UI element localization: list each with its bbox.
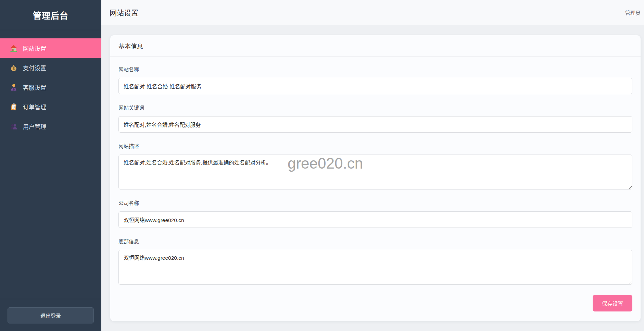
page-title: 网站设置: [110, 7, 138, 17]
site-name-input[interactable]: [118, 78, 632, 94]
company-name-input[interactable]: [118, 211, 632, 228]
save-settings-button[interactable]: 保存设置: [593, 295, 632, 311]
field-site-keywords: 网站关键词: [118, 105, 632, 133]
sidebar-item-order-management[interactable]: 订单管理: [0, 97, 101, 117]
site-keywords-input[interactable]: [118, 116, 632, 133]
sidebar-item-payment-settings[interactable]: $ 支付设置: [0, 58, 101, 77]
svg-text:$: $: [13, 67, 15, 71]
sidebar-footer: 退出登录: [0, 299, 101, 331]
site-keywords-label: 网站关键词: [118, 105, 632, 111]
main-area: 网站设置 管理员 基本信息 网站名称 网站关键词 网站描述 姓名配对,姓名合婚,…: [101, 0, 644, 331]
moneybag-icon: $: [10, 64, 18, 72]
users-icon: [10, 122, 18, 131]
sidebar-item-label: 用户管理: [23, 122, 46, 131]
sidebar-item-label: 订单管理: [23, 102, 46, 111]
sidebar-item-user-management[interactable]: 用户管理: [0, 117, 101, 136]
house-icon: [10, 44, 18, 52]
sidebar-menu: 网站设置 $ 支付设置 客服设置: [0, 30, 101, 136]
footer-info-textarea[interactable]: 双恒网络www.gree020.cn: [118, 250, 632, 285]
sidebar-item-service-settings[interactable]: 客服设置: [0, 77, 101, 97]
field-site-name: 网站名称: [118, 66, 632, 94]
sidebar: 管理后台 网站设置 $ 支付设置: [0, 0, 101, 331]
basic-info-card: 基本信息 网站名称 网站关键词 网站描述 姓名配对,姓名合婚,姓名配对服务,提供…: [110, 35, 641, 321]
site-description-textarea[interactable]: 姓名配对,姓名合婚,姓名配对服务,提供最准确的姓名配对分析。: [118, 155, 632, 189]
settings-form: 网站名称 网站关键词 网站描述 姓名配对,姓名合婚,姓名配对服务,提供最准确的姓…: [110, 57, 641, 321]
site-name-label: 网站名称: [118, 66, 632, 73]
clipboard-icon: [10, 103, 18, 111]
sidebar-item-label: 支付设置: [23, 63, 46, 72]
footer-info-label: 底部信息: [118, 238, 632, 245]
current-user-label: 管理员: [625, 9, 641, 16]
site-description-label: 网站描述: [118, 143, 632, 150]
card-title: 基本信息: [110, 35, 641, 57]
sidebar-item-label: 网站设置: [23, 44, 46, 52]
company-name-label: 公司名称: [118, 200, 632, 207]
sidebar-item-site-settings[interactable]: 网站设置: [0, 38, 101, 58]
field-footer-info: 底部信息 双恒网络www.gree020.cn: [118, 238, 632, 285]
content: 基本信息 网站名称 网站关键词 网站描述 姓名配对,姓名合婚,姓名配对服务,提供…: [101, 25, 644, 321]
service-person-icon: [10, 83, 18, 91]
save-row: 保存设置: [118, 295, 632, 311]
app-title: 管理后台: [0, 0, 101, 30]
field-site-description: 网站描述 姓名配对,姓名合婚,姓名配对服务,提供最准确的姓名配对分析。: [118, 143, 632, 189]
logout-button[interactable]: 退出登录: [8, 307, 94, 323]
field-company-name: 公司名称: [118, 200, 632, 228]
topbar: 网站设置 管理员: [101, 0, 644, 25]
sidebar-item-label: 客服设置: [23, 83, 46, 91]
